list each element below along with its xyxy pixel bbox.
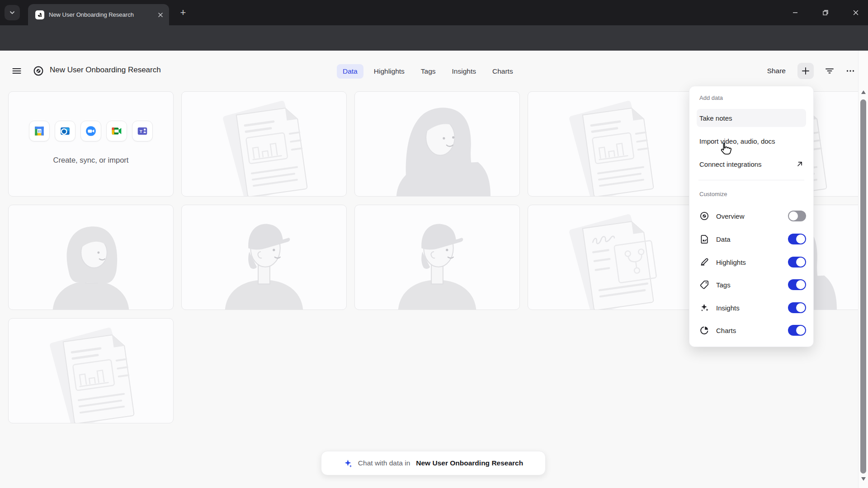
page-scrollbar[interactable]	[858, 51, 868, 488]
toggle-row-highlights[interactable]: Highlights	[699, 253, 806, 272]
data-card-document[interactable]	[528, 205, 693, 310]
highlight-icon	[699, 257, 709, 267]
toggle-row-charts[interactable]: Charts	[699, 321, 806, 340]
outlook-icon[interactable]	[55, 121, 75, 141]
google-calendar-icon[interactable]: 31	[29, 121, 50, 141]
minimize-button[interactable]	[785, 6, 806, 19]
tab-insights[interactable]: Insights	[446, 64, 482, 79]
sparkle-icon	[344, 459, 352, 468]
menu-divider	[698, 180, 804, 180]
data-card-person[interactable]	[354, 91, 520, 197]
integration-badges: 31 T	[29, 121, 153, 141]
overview-toggle[interactable]	[788, 211, 806, 221]
tab-close-icon[interactable]	[157, 12, 164, 18]
svg-text:31: 31	[38, 130, 41, 133]
project-icon	[33, 66, 44, 78]
toggle-row-insights[interactable]: Insights	[699, 298, 806, 317]
menu-item-connect-integrations[interactable]: Connect integrations	[697, 155, 806, 173]
tab-charts[interactable]: Charts	[486, 64, 519, 79]
close-window-button[interactable]	[845, 6, 866, 19]
create-card-label: Create, sync, or import	[53, 156, 129, 164]
browser-toolbar: moodjoy-team-2h2v.dovetail.com/projects/…	[0, 25, 868, 51]
chart-icon	[699, 325, 709, 335]
app-area: New User Onboarding Research Data Highli…	[0, 51, 868, 488]
chat-with-data-bar[interactable]: Chat with data in New User Onboarding Re…	[321, 451, 546, 475]
add-data-dropdown: Add data Take notes Import video, audio,…	[689, 86, 814, 347]
scroll-up-arrow[interactable]	[861, 90, 866, 94]
app-header: New User Onboarding Research Data Highli…	[0, 51, 868, 91]
create-sync-import-card[interactable]: 31 T Create, sync, or import	[8, 91, 174, 197]
dovetail-favicon	[35, 10, 44, 19]
data-toggle[interactable]	[788, 234, 806, 244]
mouse-cursor	[718, 141, 733, 156]
chat-bar-prefix: Chat with data in	[358, 459, 410, 467]
highlights-toggle[interactable]	[788, 257, 806, 267]
tab-data[interactable]: Data	[337, 64, 363, 79]
toggle-row-overview[interactable]: Overview	[699, 206, 806, 225]
more-options-icon[interactable]	[845, 66, 855, 76]
menu-item-import[interactable]: Import video, audio, docs	[697, 132, 806, 150]
new-tab-button[interactable]: +	[177, 7, 189, 19]
restore-button[interactable]	[815, 6, 836, 19]
data-card-document[interactable]	[528, 91, 693, 197]
data-icon	[699, 234, 709, 244]
plus-icon	[802, 67, 810, 75]
google-meet-icon[interactable]	[106, 121, 127, 141]
toggle-row-tags[interactable]: Tags	[699, 275, 806, 294]
hamburger-menu-icon[interactable]	[12, 66, 22, 78]
insights-toggle[interactable]	[788, 302, 806, 313]
header-actions: Share	[766, 63, 855, 79]
data-card-document[interactable]	[181, 91, 347, 197]
page-title: New User Onboarding Research	[50, 66, 161, 75]
view-tabs: Data Highlights Tags Insights Charts	[337, 64, 519, 79]
insights-icon	[699, 303, 709, 313]
data-card-person[interactable]	[181, 205, 347, 310]
browser-tab-strip: New User Onboarding Research +	[0, 0, 868, 25]
microsoft-teams-icon[interactable]: T	[132, 121, 153, 141]
toggle-row-data[interactable]: Data	[699, 230, 806, 249]
tags-toggle[interactable]	[788, 279, 806, 290]
share-button[interactable]: Share	[766, 64, 787, 78]
scroll-down-arrow[interactable]	[861, 477, 866, 481]
scrollbar-thumb[interactable]	[860, 99, 866, 474]
filter-icon[interactable]	[825, 66, 835, 76]
svg-text:T: T	[140, 129, 142, 134]
tab-tags[interactable]: Tags	[415, 64, 442, 79]
data-card-document[interactable]	[8, 318, 174, 423]
tag-icon	[699, 280, 709, 290]
browser-tab[interactable]: New User Onboarding Research	[28, 4, 169, 25]
zoom-icon[interactable]	[80, 121, 101, 141]
overview-icon	[699, 211, 709, 221]
tab-title: New User Onboarding Research	[49, 11, 157, 18]
chat-bar-project: New User Onboarding Research	[416, 459, 523, 467]
data-card-person[interactable]	[8, 205, 174, 310]
customize-section-label: Customize	[699, 191, 727, 197]
add-data-button[interactable]	[797, 63, 814, 79]
data-card-person[interactable]	[354, 205, 520, 310]
add-data-section-label: Add data	[699, 94, 723, 101]
menu-item-take-notes[interactable]: Take notes	[697, 109, 806, 127]
tab-highlights[interactable]: Highlights	[368, 64, 410, 79]
charts-toggle[interactable]	[788, 325, 806, 336]
external-link-icon	[796, 160, 803, 168]
tab-search-button[interactable]	[5, 5, 20, 20]
